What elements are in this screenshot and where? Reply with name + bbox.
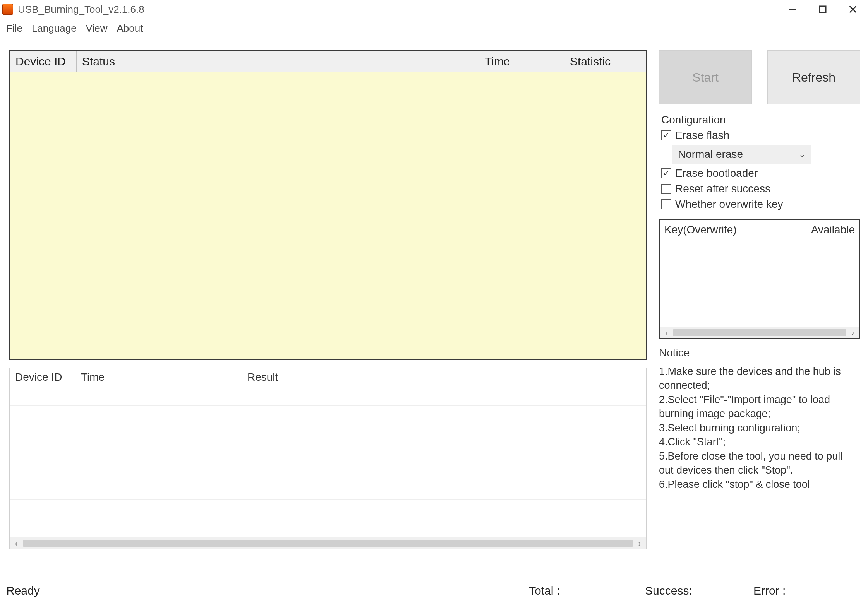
table-row (10, 481, 646, 500)
key-table-scrollbar[interactable]: ‹ › (660, 327, 859, 338)
result-table-header-result[interactable]: Result (242, 368, 646, 387)
menu-file[interactable]: File (6, 22, 22, 34)
overwrite-key-label: Whether overwrite key (675, 198, 783, 210)
menubar: File Language View About (0, 19, 868, 38)
erase-mode-value: Normal erase (678, 148, 743, 161)
table-row (10, 518, 646, 537)
scrollbar-thumb[interactable] (673, 329, 846, 336)
window-controls (777, 0, 868, 19)
table-row (10, 424, 646, 443)
device-table-header-time[interactable]: Time (479, 51, 564, 72)
result-table-scrollbar[interactable]: ‹ › (10, 537, 646, 549)
configuration-title: Configuration (661, 114, 860, 126)
result-table-header: Device ID Time Result (10, 368, 646, 387)
erase-bootloader-checkbox[interactable] (661, 168, 671, 178)
configuration-panel: Configuration Erase flash Normal erase ⌄… (659, 112, 860, 214)
svg-rect-1 (820, 6, 826, 13)
device-table: Device ID Status Time Statistic (9, 50, 647, 360)
window-title: USB_Burning_Tool_v2.1.6.8 (18, 3, 144, 15)
scrollbar-thumb[interactable] (23, 540, 633, 547)
titlebar: USB_Burning_Tool_v2.1.6.8 (0, 0, 868, 19)
notice-text: 1.Make sure the devices and the hub is c… (659, 364, 860, 491)
maximize-button[interactable] (808, 0, 838, 19)
close-icon (849, 5, 857, 14)
erase-mode-select[interactable]: Normal erase ⌄ (672, 145, 811, 164)
erase-flash-checkbox[interactable] (661, 130, 671, 140)
erase-bootloader-label: Erase bootloader (675, 167, 758, 180)
table-row (10, 387, 646, 406)
device-table-body (10, 72, 646, 359)
close-button[interactable] (838, 0, 868, 19)
reset-after-success-row: Reset after success (661, 183, 860, 195)
erase-bootloader-row: Erase bootloader (661, 167, 860, 180)
status-total-label: Total : (529, 584, 645, 597)
overwrite-key-row: Whether overwrite key (661, 198, 860, 210)
status-ready: Ready (6, 584, 529, 597)
device-table-header-status[interactable]: Status (77, 51, 479, 72)
notice-line: 2.Select "File"-"Import image" to load b… (659, 393, 859, 421)
erase-flash-label: Erase flash (675, 129, 729, 142)
main-area: Device ID Status Time Statistic Device I… (9, 50, 860, 575)
key-table: Key(Overwrite) Available ‹ › (659, 219, 860, 339)
minimize-button[interactable] (777, 0, 808, 19)
table-row (10, 406, 646, 425)
menu-view[interactable]: View (86, 22, 108, 34)
maximize-icon (818, 5, 827, 14)
menu-language[interactable]: Language (32, 22, 77, 34)
device-table-header-statistic[interactable]: Statistic (564, 51, 646, 72)
key-table-header-available[interactable]: Available (811, 224, 855, 236)
erase-flash-row: Erase flash (661, 129, 860, 142)
result-table-header-time[interactable]: Time (75, 368, 242, 387)
left-column: Device ID Status Time Statistic Device I… (9, 50, 647, 575)
result-table-header-device-id[interactable]: Device ID (10, 368, 75, 387)
table-row (10, 462, 646, 481)
reset-after-success-checkbox[interactable] (661, 184, 671, 194)
notice-line: 6.Please click "stop" & close tool (659, 477, 859, 491)
scroll-right-icon[interactable]: › (849, 328, 857, 337)
app-icon (2, 4, 13, 15)
device-table-header-device-id[interactable]: Device ID (10, 51, 77, 72)
notice-line: 5.Before close the tool, you need to pul… (659, 449, 859, 477)
status-success-label: Success: (645, 584, 753, 597)
notice-title: Notice (659, 347, 860, 359)
notice-line: 4.Click "Start"; (659, 435, 859, 449)
result-table: Device ID Time Result ‹ › (9, 368, 647, 549)
table-row (10, 500, 646, 519)
notice-line: 1.Make sure the devices and the hub is c… (659, 364, 859, 393)
status-error-label: Error : (753, 584, 823, 597)
overwrite-key-checkbox[interactable] (661, 199, 671, 209)
key-table-body (660, 240, 859, 327)
device-table-header: Device ID Status Time Statistic (10, 51, 646, 72)
result-table-body (10, 387, 646, 537)
scroll-right-icon[interactable]: › (635, 539, 644, 548)
menu-about[interactable]: About (117, 22, 143, 34)
notice-line: 3.Select burning configuration; (659, 421, 859, 435)
chevron-down-icon: ⌄ (799, 149, 806, 159)
table-row (10, 443, 646, 462)
key-table-header: Key(Overwrite) Available (660, 220, 859, 240)
scroll-left-icon[interactable]: ‹ (662, 328, 671, 337)
right-column: Start Refresh Configuration Erase flash … (659, 50, 860, 575)
action-buttons: Start Refresh (659, 50, 860, 104)
reset-after-success-label: Reset after success (675, 183, 770, 195)
scroll-left-icon[interactable]: ‹ (12, 539, 21, 548)
minimize-icon (788, 5, 797, 14)
statusbar: Ready Total : Success: Error : (0, 579, 868, 602)
key-table-header-key[interactable]: Key(Overwrite) (664, 224, 811, 236)
refresh-button[interactable]: Refresh (767, 50, 860, 104)
start-button[interactable]: Start (659, 50, 752, 104)
